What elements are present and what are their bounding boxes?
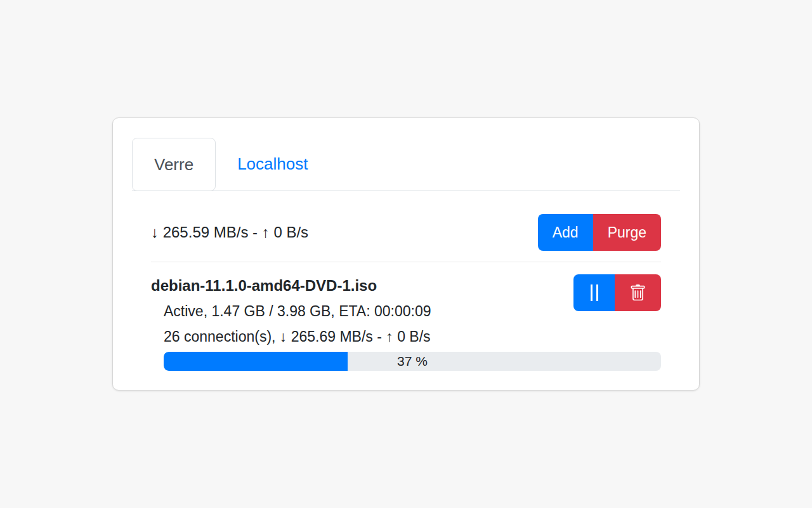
remove-button[interactable] — [615, 274, 661, 311]
toolbar-row: ↓ 265.59 MB/s - ↑ 0 B/s Add Purge — [151, 214, 661, 251]
global-speed-summary: ↓ 265.59 MB/s - ↑ 0 B/s — [151, 224, 308, 241]
tab-bar: Verre Localhost — [132, 137, 680, 191]
divider — [151, 262, 661, 262]
toolbar-button-group: Add Purge — [538, 214, 661, 251]
pause-button[interactable] — [573, 274, 615, 311]
add-button[interactable]: Add — [538, 214, 593, 251]
download-connections: 26 connection(s), ↓ 265.69 MB/s - ↑ 0 B/… — [164, 324, 661, 349]
tab-localhost[interactable]: Localhost — [216, 137, 329, 190]
trash-icon — [629, 284, 646, 302]
item-button-group — [573, 274, 661, 311]
progress-label: 37 % — [164, 352, 661, 371]
download-item: debian-11.1.0-amd64-DVD-1.iso Active, 1.… — [151, 273, 661, 371]
purge-button[interactable]: Purge — [593, 214, 661, 251]
progress-bar: 37 % — [164, 352, 661, 371]
download-manager-card: Verre Localhost ↓ 265.59 MB/s - ↑ 0 B/s … — [112, 117, 700, 391]
pause-icon — [591, 284, 598, 301]
tab-verre[interactable]: Verre — [132, 138, 216, 191]
tab-pane-verre: ↓ 265.59 MB/s - ↑ 0 B/s Add Purge debian… — [132, 191, 680, 371]
tab-verre-label: Verre — [154, 155, 193, 175]
tab-localhost-label: Localhost — [237, 154, 308, 174]
